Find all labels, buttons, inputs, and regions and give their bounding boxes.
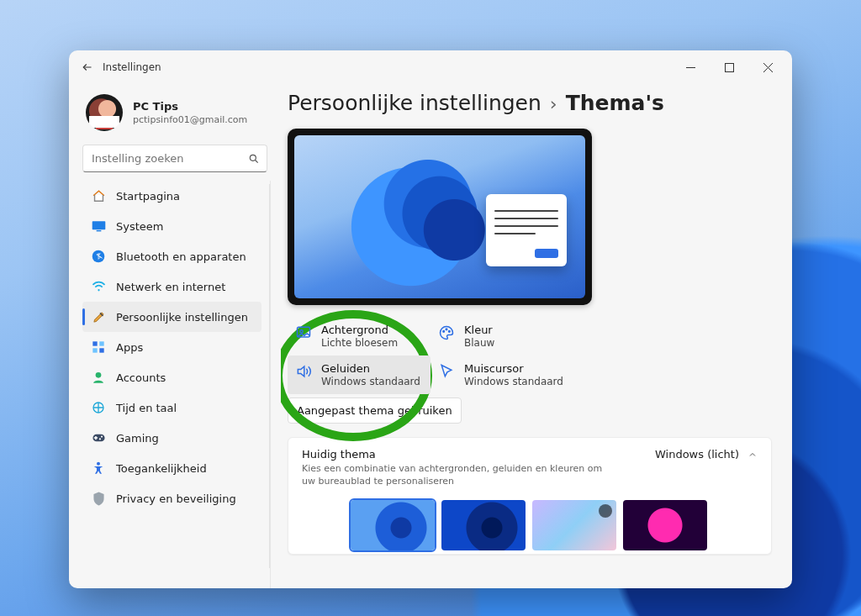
speaker-icon [294,362,313,381]
option-title: Kleur [464,324,494,336]
apps-icon [91,340,106,355]
avatar [86,94,123,131]
option-value: Blauw [464,337,494,349]
maximize-button[interactable] [710,54,748,81]
minimize-button[interactable] [671,54,710,81]
sidebar-item-label: Systeem [116,220,163,233]
svg-rect-10 [99,348,103,352]
sidebar-item-privacy[interactable]: Privacy en beveiliging [82,483,261,513]
sidebar-item-gaming[interactable]: Gaming [82,423,261,453]
theme-options: Achtergrond Lichte bloesem Kleur Blauw [288,317,607,424]
sidebar-item-home[interactable]: Startpagina [82,181,261,211]
option-sounds[interactable]: Geluiden Windows standaard [288,355,430,394]
content-area: Persoonlijke instellingen › Thema's [281,84,792,588]
sidebar-item-label: Toegankelijkheid [116,462,207,475]
system-icon [91,218,106,234]
svg-rect-8 [99,341,103,345]
preview-screen [294,135,585,298]
shield-icon [91,491,106,506]
apply-custom-theme-button[interactable]: Aangepast thema gebruiken [288,398,462,424]
profile-name: PC Tips [133,100,247,113]
option-title: Geluiden [321,362,420,375]
home-icon [91,188,106,203]
back-button[interactable] [74,55,99,80]
breadcrumb-current: Thema's [566,91,664,115]
theme-thumbnails [302,500,758,550]
sidebar: PC Tips pctipsinfo01@gmail.com Startpagi… [69,84,281,588]
theme-thumb-spotlight[interactable] [532,500,616,550]
accessibility-icon [91,461,106,476]
svg-point-15 [98,438,100,440]
sidebar-item-accounts[interactable]: Accounts [82,362,261,392]
window-title: Instellingen [103,61,161,73]
paintbrush-icon [91,309,106,324]
chevron-right-icon: › [550,93,557,114]
option-value: Windows standaard [464,376,563,387]
option-value: Lichte bloesem [321,337,398,349]
sidebar-item-bluetooth[interactable]: Bluetooth en apparaten [82,241,261,271]
svg-point-20 [446,329,447,330]
current-theme-selected: Windows (licht) [655,448,739,461]
settings-window: Instellingen PC Tips pctipsinfo01@gmail.… [69,50,792,588]
search-input[interactable] [92,152,248,165]
svg-point-6 [98,289,99,291]
minimize-icon [686,63,695,72]
close-button[interactable] [748,54,787,81]
palette-icon [437,324,456,342]
svg-point-19 [443,331,445,333]
maximize-icon [725,63,734,72]
option-background[interactable]: Achtergrond Lichte bloesem [288,317,430,355]
svg-rect-9 [92,348,97,352]
svg-rect-4 [96,230,101,231]
sidebar-item-label: Bluetooth en apparaten [116,250,246,263]
sidebar-item-label: Startpagina [116,190,180,203]
current-theme-title: Huidig thema [302,448,642,461]
sidebar-item-system[interactable]: Systeem [82,211,261,241]
svg-point-21 [449,331,451,333]
svg-point-18 [300,330,303,333]
svg-rect-3 [92,221,105,229]
option-value: Windows standaard [321,376,420,387]
sidebar-item-label: Tijd en taal [116,402,177,414]
settings-search[interactable] [82,145,267,172]
sidebar-item-label: Persoonlijke instellingen [116,311,248,324]
sidebar-nav: Startpagina Systeem Bluetooth en apparat… [82,181,271,588]
breadcrumb: Persoonlijke instellingen › Thema's [288,91,772,115]
sidebar-item-apps[interactable]: Apps [82,332,261,362]
cursor-icon [437,362,456,381]
sidebar-item-time-language[interactable]: Tijd en taal [82,392,261,423]
sidebar-item-label: Privacy en beveiliging [116,492,236,505]
gaming-icon [91,430,106,445]
wifi-icon [91,279,106,294]
titlebar: Instellingen [69,50,792,84]
profile-block[interactable]: PC Tips pctipsinfo01@gmail.com [82,84,271,145]
current-theme-subtitle: Kies een combinatie van achtergronden, g… [302,463,605,488]
svg-rect-1 [725,63,733,71]
option-cursor[interactable]: Muiscursor Windows standaard [430,355,573,394]
sidebar-item-label: Netwerk en internet [116,281,225,293]
theme-preview [288,129,592,305]
profile-email: pctipsinfo01@gmail.com [133,114,247,125]
option-title: Muiscursor [464,362,563,375]
sidebar-item-label: Apps [116,341,143,354]
svg-point-11 [96,372,102,378]
sidebar-item-personalization[interactable]: Persoonlijke instellingen [82,302,261,332]
theme-thumb-windows-dark[interactable] [441,500,526,550]
search-icon [248,153,260,165]
chevron-up-icon [747,450,758,460]
theme-thumb-windows-light[interactable] [351,500,435,550]
sidebar-item-label: Accounts [116,371,166,384]
option-title: Achtergrond [321,324,398,336]
globe-clock-icon [91,400,106,415]
sidebar-item-network[interactable]: Netwerk en internet [82,271,261,302]
svg-point-16 [97,462,100,466]
svg-point-2 [250,155,256,161]
svg-rect-7 [92,341,97,345]
theme-thumb-glow[interactable] [623,500,707,550]
sidebar-item-accessibility[interactable]: Toegankelijkheid [82,453,261,483]
current-theme-card[interactable]: Huidig thema Kies een combinatie van ach… [288,437,772,555]
option-color[interactable]: Kleur Blauw [430,317,573,355]
breadcrumb-parent[interactable]: Persoonlijke instellingen [288,91,541,115]
close-icon [763,63,773,72]
preview-window-card [486,194,567,266]
